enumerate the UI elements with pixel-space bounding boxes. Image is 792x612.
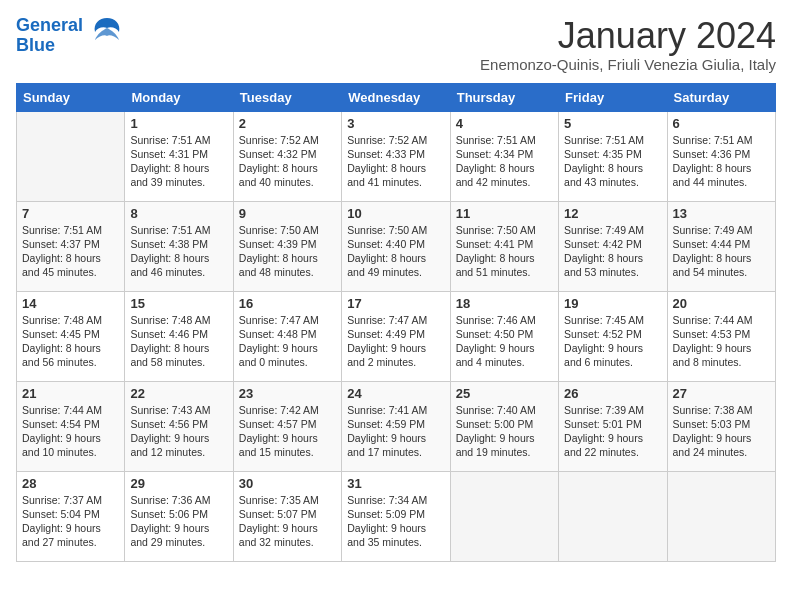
- calendar-cell: 9Sunrise: 7:50 AMSunset: 4:39 PMDaylight…: [233, 201, 341, 291]
- calendar-cell: 7Sunrise: 7:51 AMSunset: 4:37 PMDaylight…: [17, 201, 125, 291]
- calendar-cell: 20Sunrise: 7:44 AMSunset: 4:53 PMDayligh…: [667, 291, 775, 381]
- day-number: 9: [239, 206, 336, 221]
- day-info: Sunrise: 7:44 AMSunset: 4:53 PMDaylight:…: [673, 313, 770, 370]
- page-header: General Blue January 2024 Enemonzo-Quini…: [16, 16, 776, 73]
- calendar-cell: [559, 471, 667, 561]
- day-number: 2: [239, 116, 336, 131]
- calendar-cell: 16Sunrise: 7:47 AMSunset: 4:48 PMDayligh…: [233, 291, 341, 381]
- logo-text-blue: Blue: [16, 36, 83, 56]
- calendar-cell: 12Sunrise: 7:49 AMSunset: 4:42 PMDayligh…: [559, 201, 667, 291]
- calendar-cell: 2Sunrise: 7:52 AMSunset: 4:32 PMDaylight…: [233, 111, 341, 201]
- day-number: 31: [347, 476, 444, 491]
- calendar-cell: 31Sunrise: 7:34 AMSunset: 5:09 PMDayligh…: [342, 471, 450, 561]
- day-info: Sunrise: 7:46 AMSunset: 4:50 PMDaylight:…: [456, 313, 553, 370]
- calendar-table: SundayMondayTuesdayWednesdayThursdayFrid…: [16, 83, 776, 562]
- day-info: Sunrise: 7:47 AMSunset: 4:49 PMDaylight:…: [347, 313, 444, 370]
- calendar-cell: 5Sunrise: 7:51 AMSunset: 4:35 PMDaylight…: [559, 111, 667, 201]
- day-info: Sunrise: 7:45 AMSunset: 4:52 PMDaylight:…: [564, 313, 661, 370]
- day-info: Sunrise: 7:44 AMSunset: 4:54 PMDaylight:…: [22, 403, 119, 460]
- calendar-cell: 18Sunrise: 7:46 AMSunset: 4:50 PMDayligh…: [450, 291, 558, 381]
- day-number: 28: [22, 476, 119, 491]
- day-info: Sunrise: 7:52 AMSunset: 4:32 PMDaylight:…: [239, 133, 336, 190]
- day-info: Sunrise: 7:51 AMSunset: 4:36 PMDaylight:…: [673, 133, 770, 190]
- day-number: 30: [239, 476, 336, 491]
- calendar-cell: 8Sunrise: 7:51 AMSunset: 4:38 PMDaylight…: [125, 201, 233, 291]
- calendar-cell: 17Sunrise: 7:47 AMSunset: 4:49 PMDayligh…: [342, 291, 450, 381]
- day-info: Sunrise: 7:37 AMSunset: 5:04 PMDaylight:…: [22, 493, 119, 550]
- day-info: Sunrise: 7:51 AMSunset: 4:37 PMDaylight:…: [22, 223, 119, 280]
- logo-text-general: General: [16, 15, 83, 35]
- day-info: Sunrise: 7:51 AMSunset: 4:34 PMDaylight:…: [456, 133, 553, 190]
- logo-bird-icon: [89, 12, 125, 55]
- day-number: 6: [673, 116, 770, 131]
- day-number: 8: [130, 206, 227, 221]
- calendar-cell: 6Sunrise: 7:51 AMSunset: 4:36 PMDaylight…: [667, 111, 775, 201]
- day-info: Sunrise: 7:43 AMSunset: 4:56 PMDaylight:…: [130, 403, 227, 460]
- calendar-cell: 21Sunrise: 7:44 AMSunset: 4:54 PMDayligh…: [17, 381, 125, 471]
- calendar-cell: 15Sunrise: 7:48 AMSunset: 4:46 PMDayligh…: [125, 291, 233, 381]
- day-number: 13: [673, 206, 770, 221]
- calendar-week-0: 1Sunrise: 7:51 AMSunset: 4:31 PMDaylight…: [17, 111, 776, 201]
- calendar-cell: 1Sunrise: 7:51 AMSunset: 4:31 PMDaylight…: [125, 111, 233, 201]
- day-number: 24: [347, 386, 444, 401]
- day-number: 23: [239, 386, 336, 401]
- day-number: 12: [564, 206, 661, 221]
- day-info: Sunrise: 7:42 AMSunset: 4:57 PMDaylight:…: [239, 403, 336, 460]
- calendar-cell: 27Sunrise: 7:38 AMSunset: 5:03 PMDayligh…: [667, 381, 775, 471]
- day-info: Sunrise: 7:50 AMSunset: 4:40 PMDaylight:…: [347, 223, 444, 280]
- day-info: Sunrise: 7:52 AMSunset: 4:33 PMDaylight:…: [347, 133, 444, 190]
- day-info: Sunrise: 7:51 AMSunset: 4:38 PMDaylight:…: [130, 223, 227, 280]
- day-info: Sunrise: 7:38 AMSunset: 5:03 PMDaylight:…: [673, 403, 770, 460]
- day-info: Sunrise: 7:51 AMSunset: 4:31 PMDaylight:…: [130, 133, 227, 190]
- calendar-body: 1Sunrise: 7:51 AMSunset: 4:31 PMDaylight…: [17, 111, 776, 561]
- calendar-week-1: 7Sunrise: 7:51 AMSunset: 4:37 PMDaylight…: [17, 201, 776, 291]
- day-number: 21: [22, 386, 119, 401]
- calendar-cell: 22Sunrise: 7:43 AMSunset: 4:56 PMDayligh…: [125, 381, 233, 471]
- day-info: Sunrise: 7:40 AMSunset: 5:00 PMDaylight:…: [456, 403, 553, 460]
- calendar-cell: 30Sunrise: 7:35 AMSunset: 5:07 PMDayligh…: [233, 471, 341, 561]
- day-number: 3: [347, 116, 444, 131]
- day-info: Sunrise: 7:49 AMSunset: 4:42 PMDaylight:…: [564, 223, 661, 280]
- calendar-cell: 11Sunrise: 7:50 AMSunset: 4:41 PMDayligh…: [450, 201, 558, 291]
- location-title: Enemonzo-Quinis, Friuli Venezia Giulia, …: [480, 56, 776, 73]
- calendar-header-row: SundayMondayTuesdayWednesdayThursdayFrid…: [17, 83, 776, 111]
- day-number: 1: [130, 116, 227, 131]
- day-number: 5: [564, 116, 661, 131]
- calendar-cell: 10Sunrise: 7:50 AMSunset: 4:40 PMDayligh…: [342, 201, 450, 291]
- day-number: 22: [130, 386, 227, 401]
- calendar-cell: 25Sunrise: 7:40 AMSunset: 5:00 PMDayligh…: [450, 381, 558, 471]
- header-wednesday: Wednesday: [342, 83, 450, 111]
- day-info: Sunrise: 7:51 AMSunset: 4:35 PMDaylight:…: [564, 133, 661, 190]
- day-number: 26: [564, 386, 661, 401]
- title-section: January 2024 Enemonzo-Quinis, Friuli Ven…: [480, 16, 776, 73]
- day-info: Sunrise: 7:47 AMSunset: 4:48 PMDaylight:…: [239, 313, 336, 370]
- calendar-cell: 24Sunrise: 7:41 AMSunset: 4:59 PMDayligh…: [342, 381, 450, 471]
- day-info: Sunrise: 7:36 AMSunset: 5:06 PMDaylight:…: [130, 493, 227, 550]
- calendar-cell: [667, 471, 775, 561]
- day-number: 19: [564, 296, 661, 311]
- day-info: Sunrise: 7:49 AMSunset: 4:44 PMDaylight:…: [673, 223, 770, 280]
- header-friday: Friday: [559, 83, 667, 111]
- calendar-cell: 29Sunrise: 7:36 AMSunset: 5:06 PMDayligh…: [125, 471, 233, 561]
- day-number: 17: [347, 296, 444, 311]
- calendar-week-3: 21Sunrise: 7:44 AMSunset: 4:54 PMDayligh…: [17, 381, 776, 471]
- day-number: 27: [673, 386, 770, 401]
- day-number: 15: [130, 296, 227, 311]
- calendar-cell: 13Sunrise: 7:49 AMSunset: 4:44 PMDayligh…: [667, 201, 775, 291]
- day-info: Sunrise: 7:35 AMSunset: 5:07 PMDaylight:…: [239, 493, 336, 550]
- calendar-cell: 4Sunrise: 7:51 AMSunset: 4:34 PMDaylight…: [450, 111, 558, 201]
- day-info: Sunrise: 7:34 AMSunset: 5:09 PMDaylight:…: [347, 493, 444, 550]
- header-tuesday: Tuesday: [233, 83, 341, 111]
- calendar-cell: 19Sunrise: 7:45 AMSunset: 4:52 PMDayligh…: [559, 291, 667, 381]
- day-number: 29: [130, 476, 227, 491]
- day-number: 16: [239, 296, 336, 311]
- calendar-cell: 23Sunrise: 7:42 AMSunset: 4:57 PMDayligh…: [233, 381, 341, 471]
- calendar-cell: 26Sunrise: 7:39 AMSunset: 5:01 PMDayligh…: [559, 381, 667, 471]
- day-info: Sunrise: 7:50 AMSunset: 4:41 PMDaylight:…: [456, 223, 553, 280]
- header-saturday: Saturday: [667, 83, 775, 111]
- day-number: 20: [673, 296, 770, 311]
- day-number: 11: [456, 206, 553, 221]
- calendar-week-2: 14Sunrise: 7:48 AMSunset: 4:45 PMDayligh…: [17, 291, 776, 381]
- calendar-week-4: 28Sunrise: 7:37 AMSunset: 5:04 PMDayligh…: [17, 471, 776, 561]
- calendar-cell: 3Sunrise: 7:52 AMSunset: 4:33 PMDaylight…: [342, 111, 450, 201]
